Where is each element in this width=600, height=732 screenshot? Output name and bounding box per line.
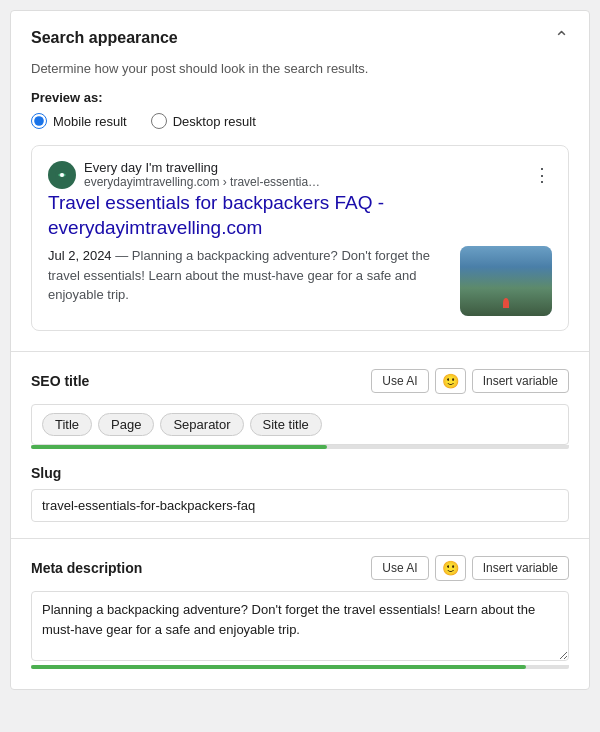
tag-site-title[interactable]: Site title <box>250 413 322 436</box>
slug-input[interactable] <box>31 489 569 522</box>
seo-title-actions: Use AI 🙂 Insert variable <box>371 368 569 394</box>
preview-radio-group: Mobile result Desktop result <box>31 113 569 129</box>
site-info-row: Every day I'm travelling everydayimtrave… <box>48 160 552 189</box>
radio-mobile[interactable]: Mobile result <box>31 113 127 129</box>
snippet-date: Jul 2, 2024 <box>48 248 112 263</box>
meta-description-actions: Use AI 🙂 Insert variable <box>371 555 569 581</box>
meta-use-ai-button[interactable]: Use AI <box>371 556 428 580</box>
preview-as-label: Preview as: <box>31 90 569 105</box>
section-divider-meta <box>11 538 589 539</box>
search-snippet: Jul 2, 2024 — Planning a backpacking adv… <box>48 246 448 305</box>
seo-use-ai-button[interactable]: Use AI <box>371 369 428 393</box>
tag-page[interactable]: Page <box>98 413 154 436</box>
radio-desktop[interactable]: Desktop result <box>151 113 256 129</box>
seo-title-tag-container: Title Page Separator Site title <box>31 404 569 445</box>
radio-desktop-label: Desktop result <box>173 114 256 129</box>
three-dots-icon[interactable]: ⋮ <box>533 164 552 186</box>
panel-description: Determine how your post should look in t… <box>31 61 569 76</box>
tag-separator[interactable]: Separator <box>160 413 243 436</box>
meta-description-header: Meta description Use AI 🙂 Insert variabl… <box>31 555 569 581</box>
collapse-icon[interactable]: ⌃ <box>554 27 569 49</box>
panel-body: Determine how your post should look in t… <box>11 61 589 689</box>
search-appearance-panel: Search appearance ⌃ Determine how your p… <box>10 10 590 690</box>
seo-title-header: SEO title Use AI 🙂 Insert variable <box>31 368 569 394</box>
search-content: Jul 2, 2024 — Planning a backpacking adv… <box>48 246 552 316</box>
panel-title: Search appearance <box>31 29 178 47</box>
search-thumbnail <box>460 246 552 316</box>
seo-emoji-button[interactable]: 🙂 <box>435 368 466 394</box>
slug-label: Slug <box>31 465 569 481</box>
site-favicon <box>48 161 76 189</box>
site-url: everydayimtravelling.com › travel-essent… <box>84 175 320 189</box>
search-preview-card: Every day I'm travelling everydayimtrave… <box>31 145 569 331</box>
panel-header: Search appearance ⌃ <box>11 11 589 61</box>
thumbnail-image <box>460 246 552 316</box>
meta-description-progress-bar <box>31 665 569 669</box>
section-divider-seo <box>11 351 589 352</box>
meta-description-label: Meta description <box>31 560 142 576</box>
meta-description-textarea[interactable]: Planning a backpacking adventure? Don't … <box>31 591 569 661</box>
radio-mobile-label: Mobile result <box>53 114 127 129</box>
meta-insert-variable-button[interactable]: Insert variable <box>472 556 569 580</box>
radio-desktop-input[interactable] <box>151 113 167 129</box>
search-result-title[interactable]: Travel essentials for backpackers FAQ - … <box>48 191 552 240</box>
site-info-left: Every day I'm travelling everydayimtrave… <box>48 160 320 189</box>
tag-title[interactable]: Title <box>42 413 92 436</box>
seo-insert-variable-button[interactable]: Insert variable <box>472 369 569 393</box>
radio-mobile-input[interactable] <box>31 113 47 129</box>
seo-title-label: SEO title <box>31 373 89 389</box>
meta-emoji-button[interactable]: 🙂 <box>435 555 466 581</box>
meta-description-progress-fill <box>31 665 526 669</box>
site-name-url: Every day I'm travelling everydayimtrave… <box>84 160 320 189</box>
svg-point-1 <box>60 173 64 177</box>
seo-title-progress-fill <box>31 445 327 449</box>
site-name: Every day I'm travelling <box>84 160 320 175</box>
seo-title-progress-bar <box>31 445 569 449</box>
